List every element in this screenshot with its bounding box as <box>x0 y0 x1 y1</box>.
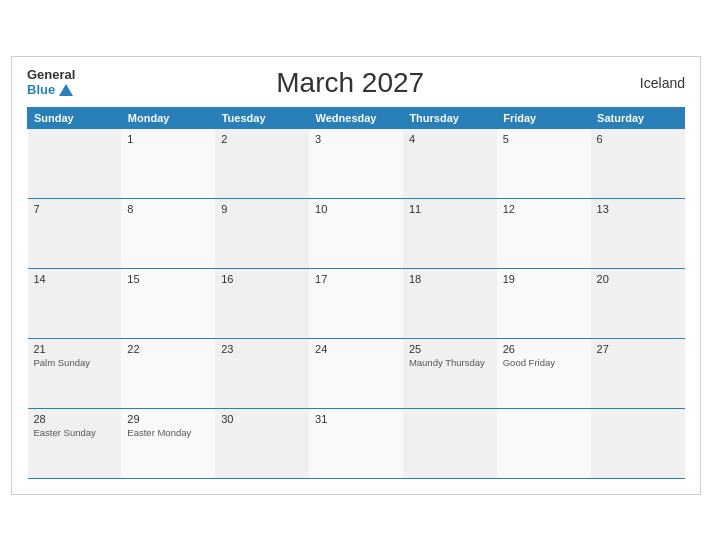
day-number: 10 <box>315 203 397 215</box>
calendar-container: General Blue March 2027 Iceland Sunday M… <box>11 56 701 495</box>
header-wednesday: Wednesday <box>309 107 403 128</box>
calendar-day-cell: 12 <box>497 198 591 268</box>
day-number: 13 <box>597 203 679 215</box>
calendar-day-cell: 20 <box>591 268 685 338</box>
day-number: 1 <box>127 133 209 145</box>
calendar-day-cell: 29Easter Monday <box>121 408 215 478</box>
day-event: Easter Monday <box>127 427 209 439</box>
calendar-week-row: 123456 <box>28 128 685 198</box>
day-number: 2 <box>221 133 303 145</box>
day-number: 31 <box>315 413 397 425</box>
day-number: 21 <box>34 343 116 355</box>
day-number: 7 <box>34 203 116 215</box>
calendar-day-cell: 5 <box>497 128 591 198</box>
calendar-week-row: 21Palm Sunday22232425Maundy Thursday26Go… <box>28 338 685 408</box>
calendar-day-cell <box>497 408 591 478</box>
day-number: 12 <box>503 203 585 215</box>
header-friday: Friday <box>497 107 591 128</box>
calendar-body: 123456789101112131415161718192021Palm Su… <box>28 128 685 478</box>
day-number: 4 <box>409 133 491 145</box>
day-number: 22 <box>127 343 209 355</box>
calendar-week-row: 14151617181920 <box>28 268 685 338</box>
header-sunday: Sunday <box>28 107 122 128</box>
day-number: 18 <box>409 273 491 285</box>
day-event: Maundy Thursday <box>409 357 491 369</box>
calendar-day-cell: 9 <box>215 198 309 268</box>
day-number: 17 <box>315 273 397 285</box>
day-number: 14 <box>34 273 116 285</box>
logo-triangle-icon <box>59 84 73 96</box>
calendar-header: General Blue March 2027 Iceland <box>27 67 685 99</box>
calendar-day-cell: 19 <box>497 268 591 338</box>
day-number: 19 <box>503 273 585 285</box>
day-number: 3 <box>315 133 397 145</box>
calendar-day-cell: 11 <box>403 198 497 268</box>
day-number: 27 <box>597 343 679 355</box>
calendar-day-cell: 6 <box>591 128 685 198</box>
calendar-day-cell: 28Easter Sunday <box>28 408 122 478</box>
day-number: 15 <box>127 273 209 285</box>
day-number: 9 <box>221 203 303 215</box>
day-number: 16 <box>221 273 303 285</box>
logo-blue-text: Blue <box>27 83 55 97</box>
calendar-day-cell: 25Maundy Thursday <box>403 338 497 408</box>
day-number: 29 <box>127 413 209 425</box>
calendar-title: March 2027 <box>75 67 625 99</box>
calendar-week-row: 28Easter Sunday29Easter Monday3031 <box>28 408 685 478</box>
calendar-day-cell: 3 <box>309 128 403 198</box>
calendar-day-cell: 13 <box>591 198 685 268</box>
calendar-day-cell: 22 <box>121 338 215 408</box>
header-monday: Monday <box>121 107 215 128</box>
calendar-day-cell: 27 <box>591 338 685 408</box>
calendar-day-cell: 15 <box>121 268 215 338</box>
calendar-day-cell: 24 <box>309 338 403 408</box>
day-number: 23 <box>221 343 303 355</box>
logo-general-text: General <box>27 68 75 82</box>
calendar-day-cell: 1 <box>121 128 215 198</box>
calendar-day-cell: 2 <box>215 128 309 198</box>
calendar-day-cell: 21Palm Sunday <box>28 338 122 408</box>
header-tuesday: Tuesday <box>215 107 309 128</box>
day-number: 25 <box>409 343 491 355</box>
calendar-day-cell: 26Good Friday <box>497 338 591 408</box>
calendar-day-cell: 10 <box>309 198 403 268</box>
calendar-day-cell: 14 <box>28 268 122 338</box>
calendar-day-cell: 8 <box>121 198 215 268</box>
calendar-day-cell: 7 <box>28 198 122 268</box>
calendar-day-cell: 16 <box>215 268 309 338</box>
calendar-day-cell: 18 <box>403 268 497 338</box>
calendar-country: Iceland <box>625 75 685 91</box>
day-event: Palm Sunday <box>34 357 116 369</box>
day-number: 28 <box>34 413 116 425</box>
calendar-day-cell: 30 <box>215 408 309 478</box>
day-number: 30 <box>221 413 303 425</box>
day-event: Good Friday <box>503 357 585 369</box>
logo: General Blue <box>27 68 75 97</box>
calendar-day-cell <box>28 128 122 198</box>
day-number: 5 <box>503 133 585 145</box>
header-thursday: Thursday <box>403 107 497 128</box>
day-number: 26 <box>503 343 585 355</box>
calendar-day-cell: 4 <box>403 128 497 198</box>
weekday-header-row: Sunday Monday Tuesday Wednesday Thursday… <box>28 107 685 128</box>
calendar-day-cell <box>403 408 497 478</box>
day-number: 24 <box>315 343 397 355</box>
calendar-week-row: 78910111213 <box>28 198 685 268</box>
day-number: 11 <box>409 203 491 215</box>
header-saturday: Saturday <box>591 107 685 128</box>
day-number: 6 <box>597 133 679 145</box>
calendar-day-cell: 23 <box>215 338 309 408</box>
logo-blue-row: Blue <box>27 83 75 97</box>
day-number: 8 <box>127 203 209 215</box>
calendar-day-cell: 31 <box>309 408 403 478</box>
calendar-day-cell: 17 <box>309 268 403 338</box>
calendar-grid: Sunday Monday Tuesday Wednesday Thursday… <box>27 107 685 479</box>
day-number: 20 <box>597 273 679 285</box>
day-event: Easter Sunday <box>34 427 116 439</box>
calendar-day-cell <box>591 408 685 478</box>
